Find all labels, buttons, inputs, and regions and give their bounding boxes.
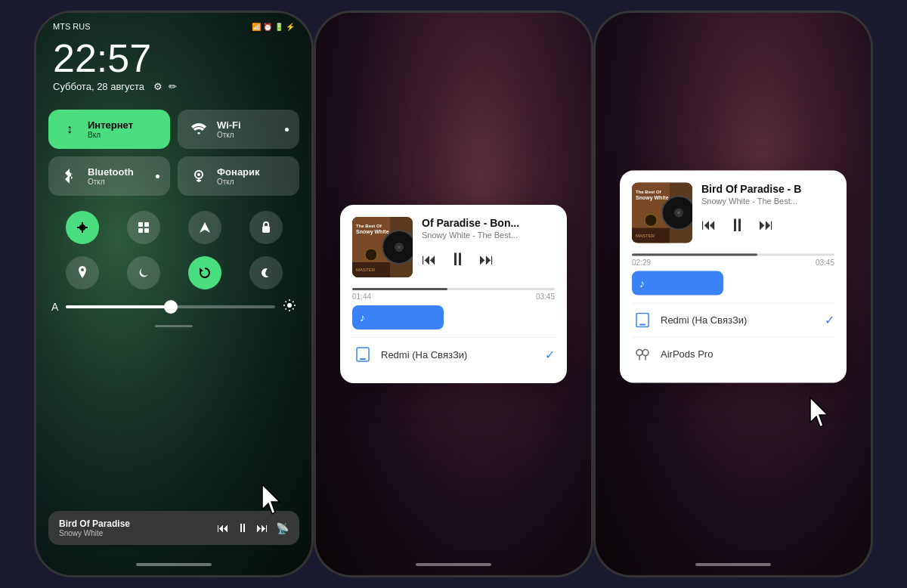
music-widget[interactable]: Bird Of Paradise Snowy White ⏮ ⏸ ⏭ 📡 [48,511,299,545]
player-song-info-2: Of Paradise - Bon... Snowy White - The B… [422,217,555,277]
phone-1: MTS RUS 📶 ⏰ 🔋 ⚡ 22:57 Суббота, 28 август… [34,11,314,577]
svg-rect-22 [360,358,366,360]
svg-point-2 [79,224,85,231]
svg-rect-4 [144,222,149,227]
pause-button[interactable]: ⏸ [237,521,249,535]
next-button[interactable]: ⏭ [256,521,268,535]
brightness-thumb [164,300,178,314]
device-name-2: Redmi (На СвязЗи) [381,349,467,361]
lock-icon-btn[interactable] [249,211,283,244]
album-art-inner-2: The Best Of Snowy White MASTER [352,217,413,277]
next-btn-3[interactable]: ⏭ [759,216,774,234]
music-artist: Snowy White [59,529,209,537]
wifi-icon [188,119,209,140]
svg-rect-34 [639,323,645,325]
phone-3-screen: The Best Of Snowy White MASTER Bird Of P… [596,13,871,575]
song-title-2: Of Paradise - Bon... [422,217,555,229]
tile-flashlight-info: Фонарик Откл [217,166,260,186]
svg-point-10 [287,303,292,308]
time-total-3: 03:45 [816,258,834,266]
wifi-dot [285,128,289,132]
tile-bluetooth-info: Bluetooth Откл [88,166,134,186]
svg-text:Snowy White: Snowy White [356,229,389,235]
tile-internet-label: Интернет [88,119,133,131]
svg-rect-8 [262,226,270,233]
next-btn-2[interactable]: ⏭ [479,251,494,268]
time-elapsed-3: 02:29 [632,258,651,266]
carrier-label: MTS RUS [53,22,91,31]
alarm-icon: ⏰ [263,23,272,31]
phone-2: The Best Of Snowy White MASTER Of Paradi… [314,11,593,577]
audio-icon-2: ♪ [360,311,365,323]
crescent-icon-btn[interactable] [249,256,283,289]
phone-1-screen: MTS RUS 📶 ⏰ 🔋 ⚡ 22:57 Суббота, 28 август… [36,13,311,575]
location-icon-btn[interactable] [66,256,99,289]
tile-bluetooth[interactable]: Bluetooth Откл [48,156,170,196]
phone-3: The Best Of Snowy White MASTER Bird Of P… [593,11,873,577]
tile-flashlight-sub: Откл [217,178,260,186]
tile-internet-sub: Вкл [88,131,133,139]
player-header-3: The Best Of Snowy White MASTER Bird Of P… [632,182,834,243]
navigation-icon-btn[interactable] [188,211,221,244]
audio-icon-3: ♪ [639,277,645,289]
svg-point-20 [365,249,377,261]
signal-icon: 📶 [252,23,261,31]
tile-flashlight[interactable]: Фонарик Откл [178,156,299,196]
svg-point-1 [197,173,200,176]
cast-button[interactable]: 📡 [276,522,289,534]
charging-icon: ⚡ [286,23,295,31]
progress-track-3[interactable] [632,253,834,255]
svg-text:Snowy White: Snowy White [636,194,669,200]
audio-bar-2: ♪ [352,305,444,330]
bluetooth-dot [156,175,159,178]
player-controls-3: ⏮ ⏸ ⏭ [701,214,834,235]
device-option-3b[interactable]: AirPods Pro [632,336,834,370]
device-check-3a: ✓ [825,313,834,327]
device-option-2[interactable]: Redmi (На СвязЗи) ✓ [352,337,555,371]
svg-text:MASTER: MASTER [636,233,655,237]
time-total-2: 03:45 [536,292,555,301]
time-label: 22:57 [53,39,295,78]
progress-fill-3 [632,253,757,255]
progress-bar-2: 01:44 03:45 [352,288,555,301]
time-elapsed-2: 01:44 [352,292,371,301]
tile-wifi[interactable]: Wi-Fi Откл [178,110,299,149]
svg-point-35 [636,349,642,355]
prev-btn-3[interactable]: ⏮ [701,216,717,234]
progress-times-2: 01:44 03:45 [352,292,555,301]
prev-button[interactable]: ⏮ [217,521,229,535]
bottom-bar-3 [695,563,771,566]
svg-point-17 [398,246,401,249]
progress-track-2[interactable] [352,288,555,290]
svg-rect-5 [138,228,143,233]
song-sub-3: Snowy White - The Best... [701,196,834,205]
date-label: Суббота, 28 августа [53,81,144,92]
moon-icon-btn[interactable] [127,256,160,289]
grid-icon-btn[interactable] [127,211,160,244]
status-bar-1: MTS RUS 📶 ⏰ 🔋 ⚡ [36,13,311,35]
settings-icon[interactable]: ⚙ [153,81,163,92]
svg-marker-7 [200,222,210,233]
date-row: Суббота, 28 августа ⚙ ✏ [53,81,295,92]
brightness-slider[interactable] [66,305,275,308]
tile-bluetooth-label: Bluetooth [88,166,134,178]
tablet-icon-2 [352,344,373,365]
time-display: 22:57 Суббота, 28 августа ⚙ ✏ [36,35,311,104]
svg-rect-3 [138,222,143,227]
rotate-icon-btn[interactable] [188,256,221,289]
prev-btn-2[interactable]: ⏮ [422,251,437,268]
edit-icon[interactable]: ✏ [169,81,177,92]
internet-icon: ↕ [59,119,80,140]
share-icon-btn[interactable] [66,211,99,244]
tile-internet[interactable]: ↕ Интернет Вкл [48,110,170,149]
swipe-indicator [155,325,193,327]
sun-icon [283,299,296,314]
play-btn-3[interactable]: ⏸ [729,214,747,235]
cursor-1 [258,481,289,511]
tile-wifi-sub: Откл [217,131,241,139]
bluetooth-icon [59,166,80,187]
device-option-3a[interactable]: Redmi (На СвязЗи) ✓ [632,302,834,336]
play-btn-2[interactable]: ⏸ [449,249,467,270]
svg-point-29 [677,211,680,214]
music-info: Bird Of Paradise Snowy White [59,518,209,537]
